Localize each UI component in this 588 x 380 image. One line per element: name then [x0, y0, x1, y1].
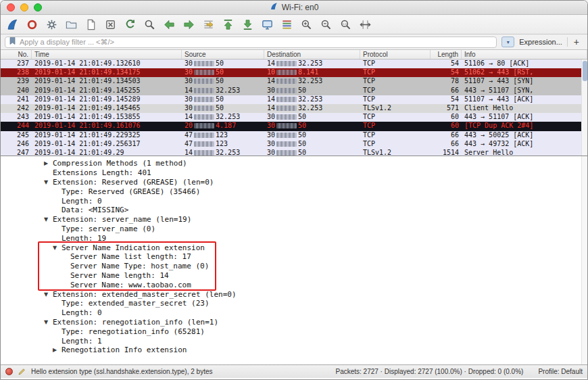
scrollbar-thumb[interactable] — [583, 61, 587, 81]
packet-row-240[interactable]: 2402019-01-14 21:01:49.1452551432.253305… — [1, 87, 587, 95]
packet-row-247[interactable]: 2472019-01-14 21:01:49.291432.2533050TLS… — [1, 149, 587, 156]
minimize-window-button[interactable] — [20, 3, 28, 11]
tree-line-16[interactable]: Length: 0 — [1, 308, 587, 318]
tree-line-11[interactable]: Server Name Type: host_name (0) — [1, 262, 587, 271]
zoom-window-button[interactable] — [34, 3, 42, 11]
next-packet-icon[interactable] — [182, 18, 195, 31]
capture-options-icon[interactable] — [45, 18, 58, 31]
tree-line-15[interactable]: Type: extended_master_secret (23) — [1, 299, 587, 308]
tree-line-6[interactable]: ▼Extension: server_name (len=19) — [1, 215, 587, 224]
first-packet-icon[interactable] — [221, 18, 235, 31]
cell-info: 51107 → 443 [ACK] — [462, 95, 587, 104]
goto-packet-icon[interactable] — [201, 18, 215, 31]
tree-line-13[interactable]: Server Name: www.taobao.com — [1, 280, 587, 289]
cell-proto: TCP — [360, 113, 431, 122]
packet-row-246[interactable]: 2462019-01-14 21:01:49.256317471233050TC… — [1, 140, 587, 149]
tree-line-1[interactable]: Extensions Length: 401 — [1, 168, 587, 178]
tree-line-19[interactable]: Length: 1 — [1, 336, 587, 346]
packet-row-242[interactable]: 2422019-01-14 21:01:49.14546530501432.25… — [1, 104, 587, 113]
tree-line-10[interactable]: Server Name list length: 17 — [1, 252, 587, 262]
collapse-twisty-icon[interactable]: ▼ — [44, 291, 53, 298]
collapse-twisty-icon[interactable]: ▼ — [44, 179, 53, 185]
collapse-twisty-icon[interactable]: ▼ — [44, 319, 53, 325]
cell-dst: 3050 — [264, 87, 360, 95]
zoom-out-icon[interactable] — [319, 18, 333, 31]
column-header-len[interactable]: Length — [431, 50, 462, 59]
tree-line-text: Length: 1 — [62, 337, 102, 346]
column-header-src[interactable]: Source — [182, 50, 264, 59]
packet-list-scrollbar[interactable] — [581, 60, 587, 156]
cell-time: 2019-01-14 21:01:49.145289 — [32, 95, 182, 104]
tree-line-4[interactable]: Length: 0 — [1, 196, 587, 206]
packet-row-239[interactable]: 2392019-01-14 21:01:49.13450330501432.25… — [1, 77, 587, 86]
cell-info: 443 → 51107 [SYN, — [462, 87, 587, 95]
column-header-proto[interactable]: Protocol — [360, 50, 431, 59]
status-profile[interactable]: Profile: Default — [538, 368, 583, 375]
tree-line-7[interactable]: Type: server_name (0) — [1, 224, 587, 234]
start-capture-icon[interactable] — [5, 18, 19, 31]
tree-line-12[interactable]: Server Name length: 14 — [1, 271, 587, 281]
filter-bookmark-icon[interactable] — [9, 37, 16, 48]
tree-line-0[interactable]: ▶Compression Methods (1 method) — [1, 159, 587, 168]
capture-comment-icon[interactable] — [18, 367, 26, 376]
redacted-pixelation — [276, 78, 297, 84]
autoscroll-icon[interactable] — [260, 18, 274, 31]
ip-text: 50 — [216, 68, 224, 76]
column-header-dst[interactable]: Destination — [264, 50, 360, 59]
expand-twisty-icon[interactable]: ▶ — [53, 347, 62, 353]
save-file-icon[interactable] — [84, 18, 97, 31]
column-header-info[interactable]: Info — [462, 50, 587, 59]
find-packet-icon[interactable] — [143, 18, 156, 31]
resize-columns-icon[interactable] — [358, 18, 372, 31]
display-filter-input[interactable]: Apply a display filter ... <⌘/> — [5, 37, 497, 48]
zoom-in-icon[interactable] — [299, 18, 313, 31]
details-scrollbar[interactable] — [581, 156, 587, 364]
stop-capture-icon[interactable] — [25, 18, 39, 31]
column-header-no[interactable]: No. — [1, 50, 32, 59]
redacted-pixelation — [194, 88, 214, 93]
tree-line-14[interactable]: ▼Extension: extended_master_secret (len=… — [1, 289, 587, 299]
collapse-twisty-icon[interactable]: ▼ — [53, 245, 62, 251]
tree-line-9[interactable]: ▼Server Name Indication extension — [1, 243, 587, 252]
tree-line-18[interactable]: Type: renegotiation_info (65281) — [1, 327, 587, 336]
packet-row-238[interactable]: 2382019-01-14 21:01:49.1341753050108.141… — [1, 68, 587, 77]
expression-button[interactable]: Expression... — [519, 38, 562, 46]
cell-src: 47123 — [182, 140, 264, 149]
cell-proto: TCP — [360, 87, 431, 95]
packet-row-241[interactable]: 2412019-01-14 21:01:49.14528930501432.25… — [1, 95, 587, 104]
tree-line-17[interactable]: ▼Extension: renegotiation_info (len=1) — [1, 318, 587, 327]
add-filter-button[interactable]: + — [572, 37, 583, 47]
chevron-down-icon: ▾ — [507, 39, 510, 45]
packet-row-244[interactable]: 2442019-01-14 21:01:49.161076204.1873050… — [1, 122, 587, 130]
colorize-icon[interactable] — [280, 18, 293, 31]
redacted-pixelation — [276, 105, 297, 111]
tree-line-5[interactable]: Data: <MISSING> — [1, 206, 587, 215]
cell-src: 3050 — [182, 104, 264, 113]
last-packet-icon[interactable] — [241, 18, 254, 31]
reload-icon[interactable] — [123, 18, 137, 31]
tree-line-3[interactable]: Type: Reserved (GREASE) (35466) — [1, 187, 587, 196]
cell-no: 241 — [1, 95, 32, 104]
close-window-button[interactable] — [7, 3, 15, 11]
tree-line-2[interactable]: ▼Extension: Reserved (GREASE) (len=0) — [1, 178, 587, 187]
ip-text: 4.187 — [216, 122, 236, 129]
redacted-pixelation — [194, 97, 214, 102]
cell-no: 239 — [1, 77, 32, 86]
redacted-pixelation — [194, 150, 214, 156]
close-file-icon[interactable] — [103, 18, 117, 31]
packet-row-243[interactable]: 2432019-01-14 21:01:49.1538551432.253305… — [1, 113, 587, 122]
zoom-original-icon[interactable]: 1:1 — [339, 18, 352, 31]
column-header-time[interactable]: Time — [32, 50, 182, 59]
expand-twisty-icon[interactable]: ▶ — [44, 160, 53, 166]
packet-row-237[interactable]: 2372019-01-14 21:01:49.13261030501432.25… — [1, 60, 587, 68]
packet-row-245[interactable]: 2452019-01-14 21:01:49.229325471233050TC… — [1, 131, 587, 140]
tree-line-20[interactable]: ▶Renegotiation Info extension — [1, 346, 587, 355]
filter-dropdown-button[interactable]: ▾ — [501, 37, 514, 47]
cell-dst: 1432.253 — [264, 95, 360, 104]
open-file-icon[interactable] — [64, 18, 78, 31]
expert-info-icon[interactable] — [5, 368, 13, 375]
previous-packet-icon[interactable] — [162, 18, 176, 31]
tree-line-8[interactable]: Length: 19 — [1, 233, 587, 243]
collapse-twisty-icon[interactable]: ▼ — [44, 216, 53, 222]
title-bar[interactable]: Wi-Fi: en0 — [1, 1, 587, 15]
